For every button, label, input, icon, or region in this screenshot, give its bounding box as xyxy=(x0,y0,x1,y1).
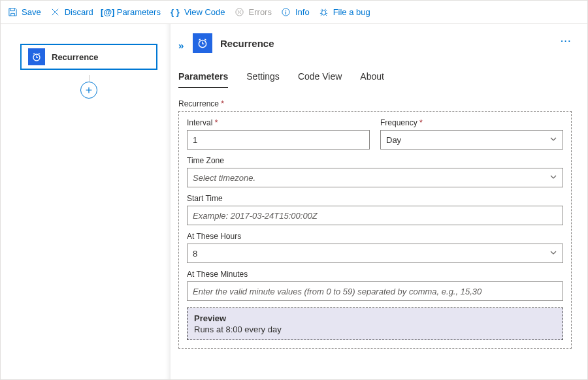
frequency-label: Frequency xyxy=(380,118,563,127)
tab-parameters[interactable]: Parameters xyxy=(178,71,228,88)
hours-select[interactable]: 8 xyxy=(187,244,563,263)
toolbar: Save Discard [@] Parameters { } View Cod… xyxy=(1,1,587,24)
discard-button[interactable]: Discard xyxy=(50,7,93,18)
interval-label: Interval xyxy=(187,118,370,127)
main: Recurrence » Recurrence ··· Parameters S… xyxy=(1,24,587,379)
errors-label: Errors xyxy=(249,7,272,17)
trigger-card-recurrence[interactable]: Recurrence xyxy=(20,44,157,70)
file-bug-label: File a bug xyxy=(333,7,370,17)
save-label: Save xyxy=(22,7,41,17)
trigger-title: Recurrence xyxy=(52,52,99,62)
interval-input[interactable] xyxy=(187,130,370,150)
details-panel: » Recurrence ··· Parameters Settings Cod… xyxy=(171,24,587,379)
view-code-label: View Code xyxy=(184,7,225,17)
hours-label: At These Hours xyxy=(187,232,563,241)
start-time-label: Start Time xyxy=(187,194,563,203)
info-label: Info xyxy=(295,7,310,17)
minutes-input[interactable] xyxy=(187,281,563,301)
tab-about[interactable]: About xyxy=(360,71,384,88)
panel-tabs: Parameters Settings Code View About xyxy=(178,71,572,89)
file-bug-button[interactable]: File a bug xyxy=(319,7,370,18)
info-icon xyxy=(281,7,291,18)
parameters-label: Parameters xyxy=(117,7,161,17)
clock-icon xyxy=(28,48,45,65)
time-zone-select[interactable]: Select timezone. xyxy=(187,168,563,187)
time-zone-placeholder: Select timezone. xyxy=(193,173,255,183)
view-code-button[interactable]: { } View Code xyxy=(170,7,225,18)
save-button[interactable]: Save xyxy=(7,7,41,18)
time-zone-label: Time Zone xyxy=(187,156,563,165)
plus-icon xyxy=(84,86,93,95)
preview-title: Preview xyxy=(194,313,556,323)
clock-icon xyxy=(193,33,212,53)
panel-header: Recurrence xyxy=(193,33,274,53)
errors-button: Errors xyxy=(235,7,272,18)
chevron-down-icon xyxy=(549,135,557,145)
discard-icon xyxy=(50,7,61,18)
svg-point-4 xyxy=(322,10,326,16)
frequency-select[interactable]: Day xyxy=(380,130,563,150)
section-label-recurrence: Recurrence xyxy=(178,99,572,108)
tab-code-view[interactable]: Code View xyxy=(298,71,342,88)
parameters-icon: [@] xyxy=(103,7,113,18)
code-icon: { } xyxy=(170,7,180,18)
chevron-down-icon xyxy=(549,249,557,259)
info-button[interactable]: Info xyxy=(281,7,310,18)
errors-icon xyxy=(235,7,245,18)
save-icon xyxy=(7,7,18,18)
chevron-down-icon xyxy=(549,173,557,183)
svg-point-2 xyxy=(286,10,287,11)
svg-rect-3 xyxy=(286,12,286,15)
preview-box: Preview Runs at 8:00 every day xyxy=(187,308,563,340)
add-step-container xyxy=(20,75,157,99)
tab-settings[interactable]: Settings xyxy=(246,71,280,88)
add-step-button[interactable] xyxy=(80,82,97,99)
parameters-button[interactable]: [@] Parameters xyxy=(103,7,161,18)
bug-icon xyxy=(319,7,329,18)
minutes-label: At These Minutes xyxy=(187,270,563,279)
recurrence-settings-group: Interval Frequency Day xyxy=(178,111,572,349)
panel-title: Recurrence xyxy=(220,38,274,49)
hours-value: 8 xyxy=(193,249,197,259)
discard-label: Discard xyxy=(65,7,93,17)
collapse-panel-button[interactable]: » xyxy=(178,35,190,51)
preview-text: Runs at 8:00 every day xyxy=(194,325,556,334)
designer-canvas: Recurrence xyxy=(1,24,171,379)
frequency-value: Day xyxy=(386,135,401,145)
start-time-input[interactable] xyxy=(187,206,563,225)
more-button[interactable]: ··· xyxy=(561,36,572,46)
